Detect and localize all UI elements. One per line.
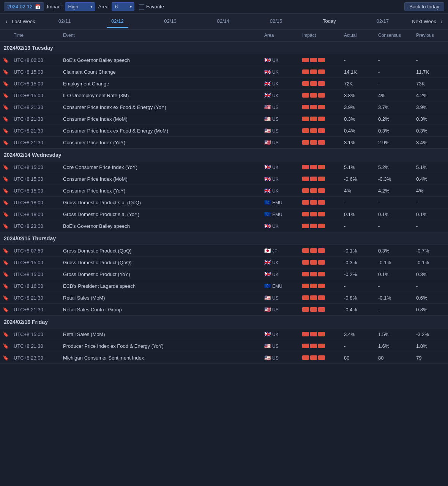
cell-impact bbox=[300, 102, 342, 112]
bookmark-icon[interactable]: 🔖 bbox=[0, 174, 11, 185]
table-row: 🔖UTC+8 16:00ECB's President Lagarde spee… bbox=[0, 280, 448, 292]
impact-bar-filled bbox=[310, 307, 317, 312]
area-text: UK bbox=[272, 272, 279, 277]
impact-select[interactable]: High Medium Low bbox=[65, 2, 95, 11]
cell-actual: 3.9% bbox=[342, 102, 376, 113]
area-text: US bbox=[272, 295, 279, 301]
cell-consensus: - bbox=[376, 221, 414, 232]
prev-arrow[interactable]: ‹ bbox=[4, 18, 9, 25]
day-0212[interactable]: 02/12 bbox=[107, 15, 128, 28]
cell-impact bbox=[300, 329, 342, 339]
table-row: 🔖UTC+8 21:30Retail Sales (MoM)🇺🇸US-0.8%-… bbox=[0, 292, 448, 304]
day-0214[interactable]: 02/14 bbox=[213, 15, 234, 28]
table-row: 🔖UTC+8 15:00Retail Sales (MoM)🇬🇧UK3.4%1.… bbox=[0, 328, 448, 340]
bookmark-icon[interactable]: 🔖 bbox=[0, 66, 11, 77]
next-arrow[interactable]: › bbox=[439, 18, 444, 25]
cell-consensus: 2.9% bbox=[376, 137, 414, 148]
cell-consensus: 0.3% bbox=[376, 125, 414, 136]
cell-time: UTC+8 15:00 bbox=[11, 78, 61, 89]
flag-icon: 🇬🇧 bbox=[264, 223, 271, 229]
impact-bar-filled bbox=[302, 248, 309, 253]
cell-impact bbox=[300, 162, 342, 172]
cell-time: UTC+8 15:00 bbox=[11, 174, 61, 185]
day-0213[interactable]: 02/13 bbox=[159, 15, 181, 28]
flag-icon: 🇪🇺 bbox=[264, 199, 271, 205]
cell-area: 🇯🇵JP bbox=[262, 245, 300, 256]
area-text: UK bbox=[272, 332, 279, 337]
impact-bar-filled bbox=[302, 295, 309, 300]
impact-bar-filled bbox=[302, 332, 309, 336]
area-text: US bbox=[272, 355, 279, 361]
day-0215[interactable]: 02/15 bbox=[265, 15, 287, 28]
cell-area: 🇺🇸US bbox=[262, 352, 300, 363]
bookmark-icon[interactable]: 🔖 bbox=[0, 162, 11, 173]
impact-bar-filled bbox=[302, 344, 309, 348]
cell-impact bbox=[300, 221, 342, 231]
bookmark-icon[interactable]: 🔖 bbox=[0, 269, 11, 280]
bookmark-icon[interactable]: 🔖 bbox=[0, 245, 11, 256]
bookmark-icon[interactable]: 🔖 bbox=[0, 257, 11, 268]
cell-consensus: 0.2% bbox=[376, 114, 414, 125]
flag-icon: 🇺🇸 bbox=[264, 343, 271, 349]
bookmark-icon[interactable]: 🔖 bbox=[0, 114, 11, 125]
impact-bar-filled bbox=[302, 140, 309, 145]
impact-bars bbox=[302, 128, 339, 133]
cell-actual: -0.6% bbox=[342, 174, 376, 185]
cell-actual: 80 bbox=[342, 352, 376, 363]
col-header-previous: Previous bbox=[414, 30, 448, 41]
cell-area: 🇪🇺EMU bbox=[262, 280, 300, 292]
bookmark-icon[interactable]: 🔖 bbox=[0, 90, 11, 101]
day-0211[interactable]: 02/11 bbox=[54, 15, 76, 28]
bookmark-icon[interactable]: 🔖 bbox=[0, 55, 11, 66]
area-text: US bbox=[272, 307, 279, 312]
table-row: 🔖UTC+8 21:30Consumer Price Index (MoM)🇺🇸… bbox=[0, 113, 448, 125]
bookmark-icon[interactable]: 🔖 bbox=[0, 352, 11, 363]
cell-time: UTC+8 15:00 bbox=[11, 257, 61, 268]
cell-area: 🇬🇧UK bbox=[262, 185, 300, 196]
cell-previous: -0.7% bbox=[414, 245, 448, 256]
last-week-button[interactable]: Last Week bbox=[9, 19, 38, 24]
impact-bar-filled bbox=[302, 355, 309, 360]
bookmark-icon[interactable]: 🔖 bbox=[0, 197, 11, 208]
week-days: 02/11 02/12 02/13 02/14 02/15 Today 02/1… bbox=[38, 15, 409, 28]
impact-bar-filled bbox=[318, 58, 325, 62]
area-label: Area bbox=[98, 4, 109, 9]
day-today[interactable]: Today bbox=[318, 15, 341, 28]
impact-bar-filled bbox=[310, 295, 317, 300]
col-header-icon bbox=[0, 30, 11, 41]
table-row: 🔖UTC+8 21:30Retail Sales Control Group🇺🇸… bbox=[0, 304, 448, 316]
cell-consensus: -0.1% bbox=[376, 292, 414, 303]
flag-icon: 🇬🇧 bbox=[264, 331, 271, 337]
area-text: US bbox=[272, 140, 279, 145]
back-today-button[interactable]: Back to today bbox=[404, 2, 444, 11]
bookmark-icon[interactable]: 🔖 bbox=[0, 185, 11, 196]
flag-icon: 🇬🇧 bbox=[264, 271, 271, 277]
next-week-button[interactable]: Next Week bbox=[409, 19, 439, 24]
bookmark-icon[interactable]: 🔖 bbox=[0, 281, 11, 292]
cell-consensus: 0.3% bbox=[376, 245, 414, 256]
cell-previous: 3.9% bbox=[414, 102, 448, 113]
bookmark-icon[interactable]: 🔖 bbox=[0, 78, 11, 89]
bookmark-icon[interactable]: 🔖 bbox=[0, 292, 11, 303]
impact-bars bbox=[302, 272, 339, 276]
cell-consensus: -0.1% bbox=[376, 257, 414, 268]
day-0217[interactable]: 02/17 bbox=[372, 15, 393, 28]
bookmark-icon[interactable]: 🔖 bbox=[0, 341, 11, 352]
bookmark-icon[interactable]: 🔖 bbox=[0, 125, 11, 136]
cell-area: 🇬🇧UK bbox=[262, 328, 300, 340]
cell-event: Consumer Price Index ex Food & Energy (Y… bbox=[61, 102, 262, 113]
bookmark-icon[interactable]: 🔖 bbox=[0, 304, 11, 315]
bookmark-icon[interactable]: 🔖 bbox=[0, 209, 11, 220]
bookmark-icon[interactable]: 🔖 bbox=[0, 329, 11, 340]
bookmark-icon[interactable]: 🔖 bbox=[0, 102, 11, 113]
cell-consensus: - bbox=[376, 281, 414, 292]
impact-bar-filled bbox=[318, 140, 325, 145]
bookmark-icon[interactable]: 🔖 bbox=[0, 221, 11, 232]
date-picker-button[interactable]: 2024-02-12 📅 bbox=[4, 2, 44, 11]
table-row: 🔖UTC+8 21:30Consumer Price Index (YoY)🇺🇸… bbox=[0, 137, 448, 148]
cell-event: Retail Sales (MoM) bbox=[61, 329, 262, 340]
bookmark-icon[interactable]: 🔖 bbox=[0, 137, 11, 148]
area-select[interactable]: 6 bbox=[112, 2, 134, 11]
favorite-checkbox[interactable] bbox=[139, 4, 144, 9]
cell-actual: -0.8% bbox=[342, 292, 376, 303]
